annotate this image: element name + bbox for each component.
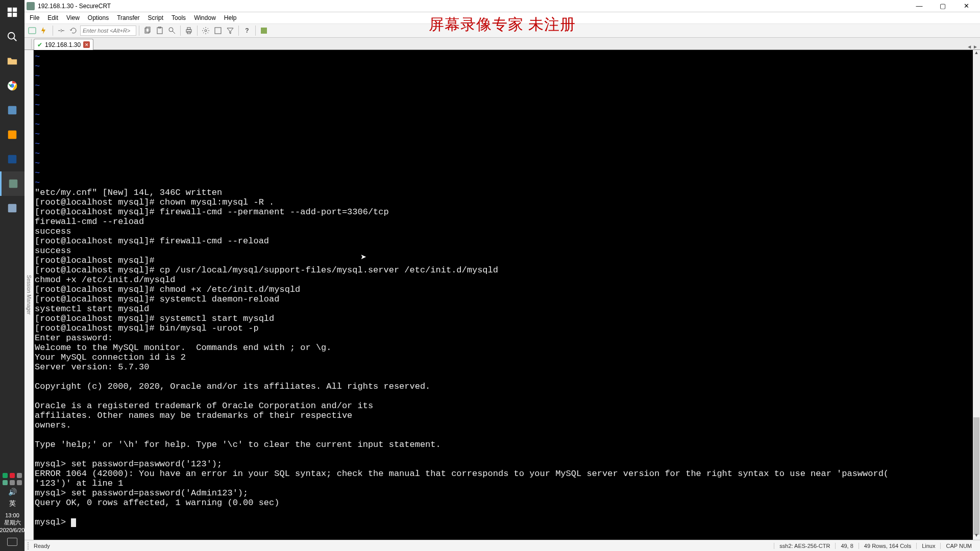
close-button[interactable]: ✕ (954, 0, 978, 12)
svg-rect-11 (9, 180, 17, 188)
clock[interactable]: 13:00 星期六 2020/6/20 (0, 512, 24, 534)
session-tab[interactable]: ✔ 192.168.1.30 ✕ (34, 39, 93, 50)
taskbar-app-securecrt[interactable] (0, 171, 24, 196)
tab-scroll-left-icon[interactable]: ◄ (967, 44, 972, 49)
svg-line-5 (14, 38, 17, 41)
terminal-scrollbar[interactable]: ▲ ▼ (973, 50, 980, 540)
svg-rect-13 (29, 28, 36, 34)
svg-rect-16 (157, 28, 162, 34)
menu-edit[interactable]: Edit (43, 13, 62, 22)
taskbar-app-sublime[interactable] (0, 122, 24, 147)
help-icon[interactable]: ? (241, 25, 253, 36)
tab-scroll-right-icon[interactable]: ► (973, 44, 978, 49)
tab-status-icon: ✔ (37, 41, 42, 48)
terminal[interactable]: ~ ~ ~ ~ ~ ~ ~ ~ ~ ~ ~ ~ ~ ~ "etc/my.cnf"… (34, 50, 973, 540)
copy-icon[interactable] (142, 25, 153, 36)
svg-rect-9 (8, 131, 17, 139)
status-size: 49 Rows, 164 Cols (859, 543, 916, 549)
window-title: 192.168.1.30 - SecureCRT (38, 3, 111, 10)
svg-rect-24 (215, 28, 221, 34)
volume-icon[interactable]: 🔊 (8, 488, 17, 496)
taskbar-app-explorer[interactable] (0, 49, 24, 73)
svg-rect-2 (8, 13, 12, 17)
svg-point-18 (169, 28, 173, 32)
reconnect-icon[interactable] (68, 25, 79, 36)
taskbar-app-generic2[interactable] (0, 196, 24, 220)
paste-icon[interactable] (154, 25, 165, 36)
session-manager-label: Session Manager (26, 275, 32, 315)
status-ready: Ready (34, 543, 50, 549)
status-grip (28, 542, 31, 549)
svg-line-19 (173, 31, 175, 34)
menu-script[interactable]: Script (143, 13, 167, 22)
svg-rect-12 (8, 204, 17, 213)
status-cursor-pos: 49, 8 (835, 543, 858, 549)
clock-day: 星期六 (0, 519, 24, 526)
status-caps-num: CAP NUM (940, 543, 977, 549)
ime-indicator[interactable]: 英 (9, 499, 16, 508)
svg-rect-26 (261, 28, 267, 34)
terminal-area[interactable]: ~ ~ ~ ~ ~ ~ ~ ~ ~ ~ ~ ~ ~ ~ "etc/my.cnf"… (34, 50, 980, 540)
clock-time: 13:00 (0, 512, 24, 519)
menu-window[interactable]: Window (190, 13, 220, 22)
tab-grip[interactable] (26, 39, 32, 49)
search-icon[interactable] (0, 24, 24, 49)
session-manager-panel[interactable]: Session Manager (24, 50, 34, 540)
svg-rect-1 (13, 8, 17, 12)
svg-rect-21 (187, 28, 190, 30)
scroll-down-icon[interactable]: ▼ (973, 533, 980, 540)
title-bar: 192.168.1.30 - SecureCRT — ▢ ✕ (24, 0, 980, 12)
tab-label: 192.168.1.30 (45, 41, 81, 48)
svg-point-23 (205, 30, 207, 32)
menu-view[interactable]: View (62, 13, 84, 22)
system-tray: 🔊 英 13:00 星期六 2020/6/20 (0, 472, 24, 551)
toolbar: ? (24, 23, 980, 38)
settings-icon[interactable] (200, 25, 211, 36)
securecrt-window: 192.168.1.30 - SecureCRT — ▢ ✕ File Edit… (24, 0, 980, 551)
status-term-type: Linux (916, 543, 940, 549)
find-icon[interactable] (166, 25, 178, 36)
status-bar: Ready ssh2: AES-256-CTR 49, 8 49 Rows, 1… (24, 540, 980, 551)
session-manager-icon[interactable] (27, 25, 38, 36)
maximize-button[interactable]: ▢ (931, 0, 954, 12)
svg-text:?: ? (245, 27, 249, 34)
status-ssh: ssh2: AES-256-CTR (774, 543, 835, 549)
start-button[interactable] (0, 0, 24, 24)
filter-icon[interactable] (225, 25, 236, 36)
svg-rect-3 (13, 13, 17, 17)
menu-options[interactable]: Options (84, 13, 113, 22)
menu-file[interactable]: File (26, 13, 43, 22)
menu-bar: File Edit View Options Transfer Script T… (24, 12, 980, 23)
minimize-button[interactable]: — (908, 0, 931, 12)
connect-icon[interactable] (56, 25, 67, 36)
menu-help[interactable]: Help (220, 13, 241, 22)
svg-point-4 (8, 33, 15, 39)
toggle-icon[interactable] (258, 25, 270, 36)
taskbar-app-chrome[interactable] (0, 73, 24, 98)
tab-close-icon[interactable]: ✕ (83, 41, 90, 48)
action-center-icon[interactable] (7, 538, 17, 546)
svg-rect-0 (8, 8, 12, 12)
tray-icons-row2[interactable] (3, 479, 22, 486)
session-tab-strip: ✔ 192.168.1.30 ✕ ◄ ► (24, 38, 980, 50)
tray-icons-row1[interactable] (3, 472, 22, 479)
menu-tools[interactable]: Tools (167, 13, 190, 22)
taskbar-app-generic1[interactable] (0, 98, 24, 122)
session-options-icon[interactable] (212, 25, 224, 36)
menu-transfer[interactable]: Transfer (113, 13, 143, 22)
clock-date: 2020/6/20 (0, 527, 24, 534)
windows-taskbar: 🔊 英 13:00 星期六 2020/6/20 (0, 0, 24, 551)
scroll-up-icon[interactable]: ▲ (973, 50, 980, 57)
host-input[interactable] (80, 26, 136, 36)
print-icon[interactable] (183, 25, 194, 36)
quick-connect-icon[interactable] (39, 25, 50, 36)
app-icon (27, 2, 35, 10)
taskbar-app-vbox[interactable] (0, 147, 24, 171)
scroll-thumb[interactable] (973, 417, 979, 535)
svg-rect-10 (8, 155, 17, 164)
svg-rect-8 (8, 106, 17, 115)
